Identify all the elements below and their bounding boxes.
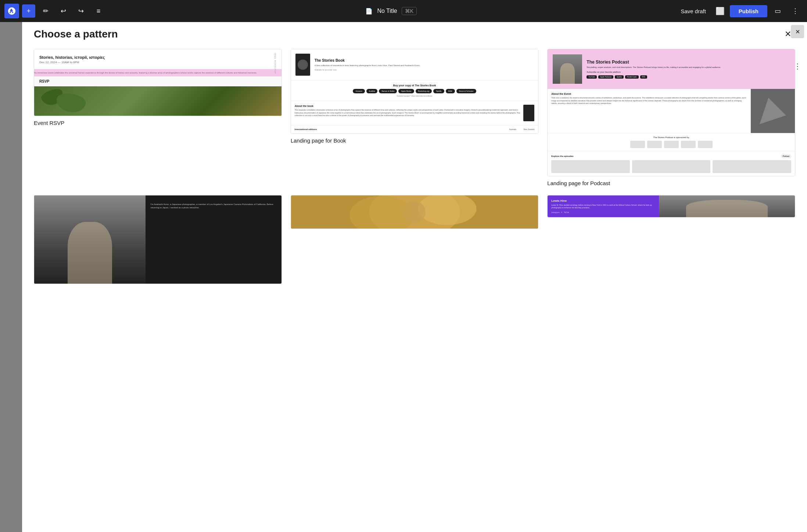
pattern-card-landing-podcast[interactable]: The Stories Podcast Storytelling, expert… (547, 49, 795, 186)
pattern-grid: Stories, historias, історії, ιστορίες De… (22, 49, 807, 532)
buy-btn-barnes[interactable]: Barnes & Noble (379, 89, 397, 93)
lewis-hine-social: Instagram · X · TikTok (551, 211, 655, 213)
pattern-label-landing-book: Landing page for Book (291, 137, 539, 144)
organic-preview (291, 195, 538, 229)
book-about-text: About the book This exquisite compilatio… (295, 105, 521, 117)
settings-icon: ▭ (775, 7, 781, 15)
lewis-hine-desc: Lewis W. Hine studied sociology before m… (551, 204, 655, 209)
badge-apple[interactable]: Apple Podcasts (598, 75, 613, 79)
side-panel-close-button[interactable]: ✕ (791, 25, 804, 38)
view-icon: ⬜ (715, 7, 725, 15)
toolbar: + ✏ ↩ ↪ ≡ 📄 No Title ⌘K Save draft ⬜ Pub… (0, 0, 807, 22)
redo-icon: ↪ (78, 7, 84, 15)
publish-button[interactable]: Publish (730, 5, 767, 17)
dialog-title: Choose a pattern (34, 28, 118, 40)
buy-btn-audible[interactable]: Audible (366, 89, 378, 93)
book-intl-items: Australia New Zealand (509, 128, 534, 130)
podcast-episode-cards (551, 160, 791, 173)
event-date-text: Dec 12, 2024 — 10AM to 6PM (39, 61, 276, 64)
pattern-chooser-dialog: Choose a pattern ✕ Stories, historias, і… (22, 17, 807, 532)
book-about-section: About the book This exquisite compilatio… (291, 101, 538, 125)
podcast-event-desc: Held over a weekend, the event is struct… (551, 97, 747, 105)
pattern-preview-bio: I'm Asahachi Kono, a Japanese photograph… (34, 195, 282, 284)
outside-europe-text: Outside Europe? View international editi… (295, 95, 535, 97)
toolbar-right: Save draft ⬜ Publish ▭ ⋮ (676, 4, 803, 18)
badge-spotify[interactable]: Spotify (615, 75, 624, 79)
episode-card-1[interactable] (551, 160, 630, 173)
list-icon: ≡ (97, 7, 101, 15)
options-button[interactable]: ⋮ (788, 4, 803, 18)
toolbar-center: 📄 No Title ⌘K (109, 7, 673, 15)
bio-preview: I'm Asahachi Kono, a Japanese photograph… (34, 195, 281, 284)
plus-icon: + (27, 7, 31, 15)
book-subtitle: A fine collection of moments in time fea… (315, 64, 420, 67)
pattern-card-lewis-hine[interactable]: Lewis Hine Lewis W. Hine studied sociolo… (547, 195, 795, 288)
pattern-card-landing-book[interactable]: The Stories Book A fine collection of mo… (291, 49, 539, 186)
podcast-badge-button[interactable]: Podcast (781, 154, 791, 158)
podcast-title: The Stories Podcast (587, 60, 721, 65)
undo-button[interactable]: ↩ (56, 4, 71, 18)
book-about-title: About the book (295, 105, 521, 107)
lewis-hine-text-panel: Lewis Hine Lewis W. Hine studied sociolo… (548, 195, 659, 217)
badge-rss[interactable]: RSS (640, 75, 647, 79)
command-palette-shortcut[interactable]: ⌘K (402, 7, 417, 15)
episode-card-3[interactable] (713, 160, 791, 173)
view-toggle-button[interactable]: ⬜ (713, 4, 727, 18)
save-draft-button[interactable]: Save draft (676, 6, 710, 17)
organic-shape-svg (291, 195, 538, 229)
pattern-preview-event-rsvp: Stories, historias, історії, ιστορίες De… (34, 49, 282, 116)
document-overview-button[interactable]: ≡ (91, 4, 106, 18)
podcast-sponsors-section: The Stories Podcast is sponsored by (548, 133, 795, 151)
document-icon: 📄 (365, 8, 373, 15)
pattern-card-bio[interactable]: I'm Asahachi Kono, a Japanese photograph… (34, 195, 282, 288)
podcast-hero-photo (553, 54, 582, 84)
book-hero: The Stories Book A fine collection of mo… (291, 49, 538, 80)
book-buy-section: Buy your copy of The Stories Book Amazon… (291, 80, 538, 101)
buy-btn-spotify[interactable]: Spotify (433, 89, 444, 93)
podcast-badges: YouTube Apple Podcasts Spotify Pocket Ca… (587, 75, 721, 79)
pattern-card-organic[interactable] (291, 195, 539, 288)
event-photo-inner (34, 86, 281, 116)
book-international-section: International editions Australia New Zea… (291, 125, 538, 133)
book-available: Available for pre-order now. (315, 69, 420, 71)
buy-btn-bam[interactable]: BAM (446, 89, 455, 93)
podcast-event-title: About the Event (551, 93, 747, 95)
buy-btn-apple[interactable]: Apple Books (398, 89, 414, 93)
badge-pocket[interactable]: Pocket Casts (625, 75, 639, 79)
post-title: No Title (377, 8, 397, 14)
pattern-label-event-rsvp: Event RSVP (34, 120, 282, 126)
event-tag-text: FREE WORKSHOP (274, 53, 276, 74)
pattern-label-landing-podcast: Landing page for Podcast (547, 180, 795, 186)
book-intl-label: International editions (295, 128, 317, 130)
book-intl-australia: Australia (509, 128, 516, 130)
podcast-preview: The Stories Podcast Storytelling, expert… (548, 49, 795, 176)
more-options-icon: ⋮ (794, 62, 801, 70)
pattern-card-event-rsvp[interactable]: Stories, historias, історії, ιστορίες De… (34, 49, 282, 186)
book-intl-newzealand: New Zealand (524, 128, 534, 130)
badge-youtube[interactable]: YouTube (587, 75, 597, 79)
lewis-hine-photo (659, 195, 795, 217)
event-photo (34, 86, 281, 116)
pattern-preview-landing-book: The Stories Book A fine collection of mo… (291, 49, 539, 134)
buy-btn-simon[interactable]: Simon & Schuster (456, 89, 476, 93)
podcast-desc: Storytelling, expert analysis, and vivid… (587, 66, 721, 69)
book-cover-image (295, 54, 310, 76)
episode-card-2[interactable] (632, 160, 711, 173)
buy-btn-bookshop[interactable]: Bookshop.org (416, 89, 432, 93)
pattern-preview-lewis-hine: Lewis Hine Lewis W. Hine studied sociolo… (547, 195, 795, 218)
book-title: The Stories Book (315, 58, 420, 62)
event-desc-text: This immersive event celebrates the univ… (34, 69, 282, 76)
add-block-button[interactable]: + (22, 4, 35, 18)
edit-mode-button[interactable]: ✏ (38, 4, 53, 18)
redo-button[interactable]: ↪ (73, 4, 88, 18)
settings-toggle-button[interactable]: ▭ (770, 4, 785, 18)
podcast-sponsor-logos (551, 141, 791, 148)
wp-logo[interactable] (4, 4, 19, 18)
book-about-desc: This exquisite compilation showcases a d… (295, 109, 521, 117)
lewis-hine-name: Lewis Hine (551, 199, 655, 202)
buy-btn-amazon[interactable]: Amazon (353, 89, 365, 93)
bio-photo (34, 195, 146, 284)
close-icon: ✕ (785, 29, 791, 39)
more-options-button[interactable]: ⋮ (794, 62, 801, 71)
book-buy-title: Buy your copy of The Stories Book (295, 84, 535, 87)
